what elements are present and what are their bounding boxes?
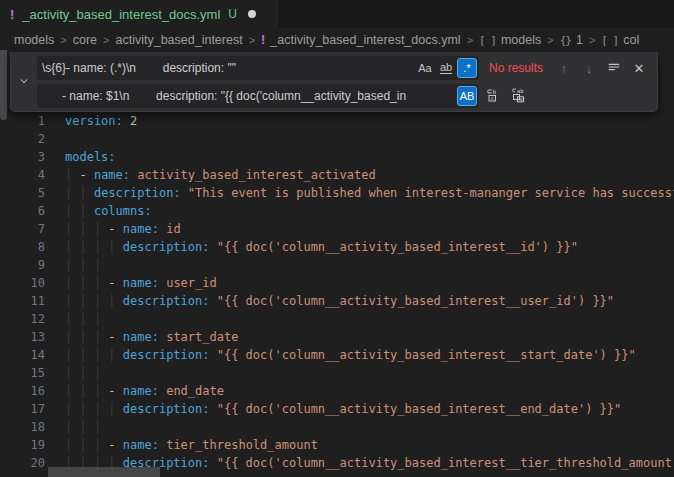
code-text: │ - name: activity_based_interest_activa… [65,166,376,184]
line-number: 16 [0,382,45,400]
code-line: 8│ │ │ │ description: "{{ doc('column__a… [0,238,674,256]
line-number: 8 [0,238,45,256]
breadcrumb-label: activity_based_interest [116,33,243,47]
tab-active-file[interactable]: ! _activity_based_interest_docs.yml U [0,0,278,28]
replace-icon: b c [486,87,502,106]
tab-bar: ! _activity_based_interest_docs.yml U [0,0,674,28]
breadcrumb-label: models [501,33,541,47]
code-line: 4│ - name: activity_based_interest_activ… [0,166,674,184]
modified-indicator-dot[interactable] [248,10,256,18]
line-number: 11 [0,292,45,310]
code-text: │ │ │ - name: end_date [65,382,224,400]
line-number: 4 [0,166,45,184]
line-number: 3 [0,148,45,166]
code-line: 1version: 2 [0,112,674,130]
line-number: 9 [0,256,45,274]
git-status-badge: U [228,7,237,21]
breadcrumb-separator: > [589,34,595,46]
find-replace-widget: \s{6}- name: (.*)\n description: "" Aa a… [10,52,658,112]
code-line: 19│ │ │ - name: tier_threshold_amount [0,436,674,454]
breadcrumb-separator: > [467,34,473,46]
code-text: │ │ │ [65,256,101,274]
line-number: 12 [0,310,45,328]
code-line: 3models: [0,148,674,166]
code-line: 18│ │ │ [0,418,674,436]
chevron-down-icon [18,73,30,91]
code-line: 13│ │ │ - name: start_date [0,328,674,346]
code-text: │ │ │ [65,364,101,382]
breadcrumb-separator: > [547,34,553,46]
line-number: 20 [0,454,45,472]
line-number: 6 [0,202,45,220]
code-text: │ │ columns: [65,202,152,220]
replace-input[interactable]: - name: $1\n description: "{{ doc('colum… [37,84,479,108]
code-text: │ │ │ │ description: "{{ doc('column__ac… [65,400,621,418]
svg-text:b: b [493,87,497,94]
breadcrumb-label: core [73,33,97,47]
breadcrumb-item[interactable]: [ ]col [601,33,639,47]
breadcrumb-label: _activity_based_interest_docs.yml [270,33,460,47]
line-number: 18 [0,418,45,436]
symbol-array-icon: [ ] [601,34,618,47]
breadcrumb-item[interactable]: activity_based_interest [116,33,243,47]
find-in-selection-button[interactable] [604,58,624,78]
toggle-replace-button[interactable] [11,52,37,111]
match-case-button[interactable]: Aa [415,58,435,78]
breadcrumb-item[interactable]: [ ]models [479,33,541,47]
tab-title: _activity_based_interest_docs.yml [22,7,220,22]
code-text: │ │ │ [65,418,101,436]
breadcrumb-separator: > [249,34,255,46]
code-text: models: [65,148,116,166]
regex-button[interactable]: .* [457,58,477,78]
horizontal-scrollbar[interactable] [48,467,160,477]
line-number: 13 [0,328,45,346]
code-line: 12│ │ │ [0,310,674,328]
breadcrumb-separator: > [103,34,109,46]
code-line: 6│ │ columns: [0,202,674,220]
line-number: 10 [0,274,45,292]
code-text: │ │ │ │ description: "{{ doc('column__ac… [65,346,636,364]
code-text: │ │ │ - name: user_id [65,274,217,292]
breadcrumb-item[interactable]: models [14,33,54,47]
line-number: 14 [0,346,45,364]
replace-all-button[interactable]: ab ac [509,86,529,106]
editor[interactable]: 1version: 223models:4│ - name: activity_… [0,112,674,477]
line-number: 19 [0,436,45,454]
find-results-message: No results [489,61,543,75]
find-input[interactable]: \s{6}- name: (.*)\n description: "" Aa a… [37,56,479,80]
replace-all-icon: ab ac [511,87,527,106]
breadcrumb-item[interactable]: core [73,33,97,47]
breadcrumb-item[interactable]: !_activity_based_interest_docs.yml [261,33,461,47]
code-line: 10│ │ │ - name: user_id [0,274,674,292]
code-line: 11│ │ │ │ description: "{{ doc('column__… [0,292,674,310]
symbol-object-icon: {} [560,34,571,47]
symbol-array-icon: [ ] [479,34,496,47]
code-text: │ │ │ [65,310,101,328]
code-line: 17│ │ │ │ description: "{{ doc('column__… [0,400,674,418]
breadcrumb-label: 1 [576,33,583,47]
close-button[interactable]: ✕ [629,58,649,78]
code-line: 9│ │ │ [0,256,674,274]
breadcrumb-label: models [14,33,54,47]
line-number: 17 [0,400,45,418]
code-text: │ │ description: "This event is publishe… [65,184,674,202]
code-line: 16│ │ │ - name: end_date [0,382,674,400]
whole-word-button[interactable]: ab [436,58,456,78]
code-line: 15│ │ │ [0,364,674,382]
previous-match-button[interactable]: ↑ [554,58,574,78]
code-text: │ │ │ │ description: "{{ doc('column__ac… [65,238,578,256]
code-text: │ │ │ - name: id [65,220,181,238]
preserve-case-button[interactable]: AB [457,86,477,106]
next-match-button[interactable]: ↓ [579,58,599,78]
line-number: 7 [0,220,45,238]
code-line: 14│ │ │ │ description: "{{ doc('column__… [0,346,674,364]
replace-button[interactable]: b c [484,86,504,106]
code-line: 7│ │ │ - name: id [0,220,674,238]
replace-value-text: - name: $1\n description: "{{ doc('colum… [42,89,456,103]
find-widget-sash[interactable] [0,50,7,120]
yaml-alert-icon: ! [261,33,265,47]
breadcrumb-label: col [623,33,639,47]
find-query-text: \s{6}- name: (.*)\n description: "" [42,61,414,75]
breadcrumb-item[interactable]: {}1 [560,33,583,47]
line-number: 15 [0,364,45,382]
